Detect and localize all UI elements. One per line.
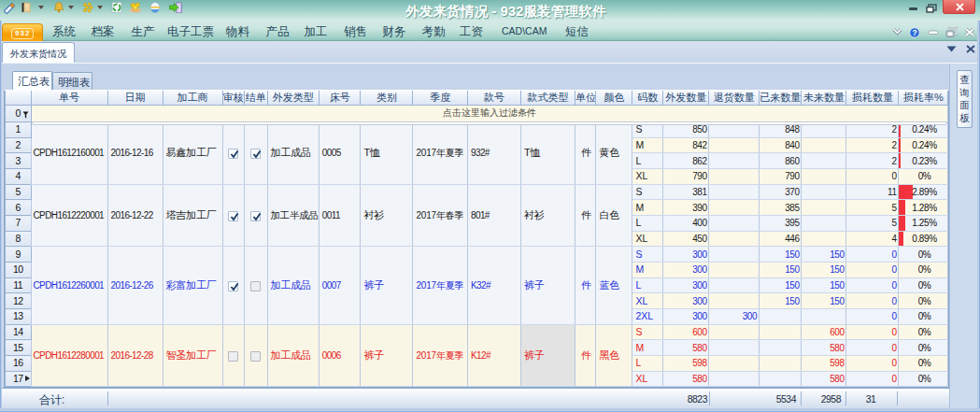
svg-text:?: ? xyxy=(912,28,916,37)
